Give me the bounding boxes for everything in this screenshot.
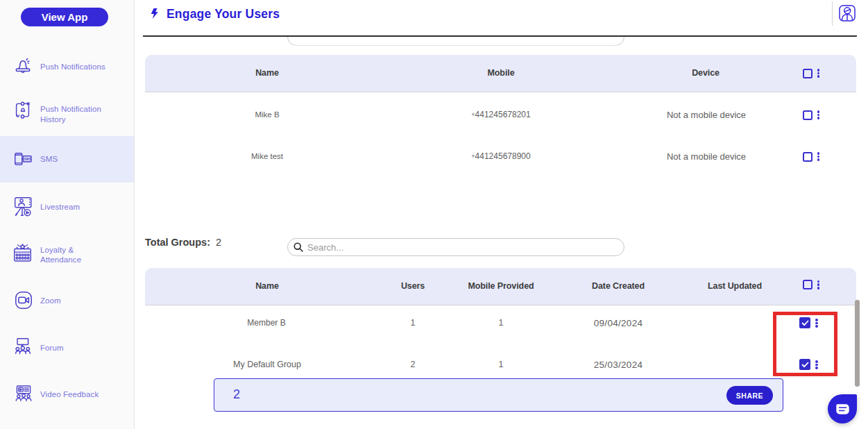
svg-text:SMS: SMS bbox=[24, 158, 32, 161]
